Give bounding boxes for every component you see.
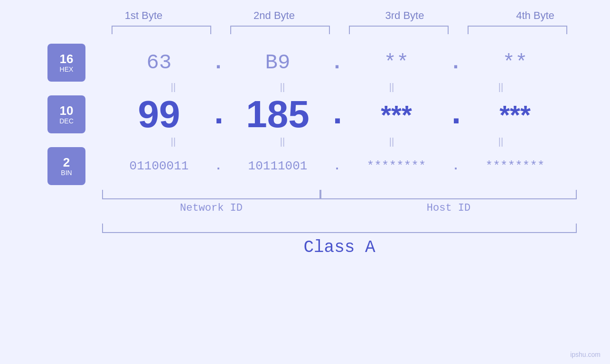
bin-dot-3: . xyxy=(446,159,465,173)
bin-badge: 2 BIN xyxy=(47,147,85,185)
dec-badge: 10 DEC xyxy=(47,95,85,133)
bottom-brackets-container xyxy=(102,190,577,199)
dec-values-row: 99 . 185 . *** . *** xyxy=(100,93,574,136)
bin-val-2: 10111001 xyxy=(228,159,328,173)
equals-row-1: || || || || xyxy=(33,82,577,93)
dec-val-4: *** xyxy=(465,99,565,130)
hex-val-3: ** xyxy=(347,51,446,75)
dec-row: 10 DEC 99 . 185 . *** . *** xyxy=(33,93,577,136)
dec-val-3: *** xyxy=(347,99,446,130)
bin-val-3: ******** xyxy=(347,159,446,173)
bin-val-4: ******** xyxy=(465,159,565,173)
hex-val-4: ** xyxy=(465,51,565,75)
bin-row: 2 BIN 01100011 . 10111001 . ******** . xyxy=(33,147,577,185)
byte3-top-bracket xyxy=(349,26,449,34)
eq-5: || xyxy=(119,136,228,147)
network-bracket xyxy=(102,190,320,199)
byte4-header: 4th Byte xyxy=(483,9,588,22)
byte1-header: 1st Byte xyxy=(92,9,196,22)
class-label: Class A xyxy=(102,238,577,257)
hex-values-row: 63 . B9 . ** . ** xyxy=(100,51,574,75)
bin-values-row: 01100011 . 10111001 . ******** . *******… xyxy=(100,159,574,173)
network-id-label: Network ID xyxy=(102,202,320,214)
hex-badge: 16 HEX xyxy=(47,44,85,82)
dec-val-1: 99 xyxy=(109,93,209,136)
bin-dot-1: . xyxy=(209,159,228,173)
byte4-top-bracket xyxy=(468,26,567,34)
hex-dot-3: . xyxy=(446,51,465,75)
id-labels-container: Network ID Host ID xyxy=(102,202,577,214)
hex-val-2: B9 xyxy=(228,51,328,75)
eq-3: || xyxy=(337,82,446,93)
hex-val-1: 63 xyxy=(109,51,209,75)
dec-val-2: 185 xyxy=(228,93,328,136)
eq-2: || xyxy=(228,82,337,93)
eq-8: || xyxy=(446,136,555,147)
byte2-top-bracket xyxy=(230,26,330,34)
byte3-header: 3rd Byte xyxy=(353,9,457,22)
host-id-label: Host ID xyxy=(320,202,577,214)
dec-dot-2: . xyxy=(328,96,347,133)
eq-7: || xyxy=(337,136,446,147)
bin-dot-2: . xyxy=(328,159,347,173)
host-bracket xyxy=(320,190,577,199)
byte2-header: 2nd Byte xyxy=(222,9,327,22)
byte1-top-bracket xyxy=(112,26,211,34)
bin-val-1: 01100011 xyxy=(109,159,209,173)
dec-dot-3: . xyxy=(446,96,465,133)
eq-4: || xyxy=(446,82,555,93)
hex-dot-1: . xyxy=(209,51,228,75)
dec-dot-1: . xyxy=(209,96,228,133)
main-container: 1st Byte 2nd Byte 3rd Byte 4th Byte 16 H… xyxy=(0,0,610,364)
hex-dot-2: . xyxy=(328,51,347,75)
eq-1: || xyxy=(119,82,228,93)
class-bracket xyxy=(102,224,577,233)
equals-row-2: || || || || xyxy=(33,136,577,147)
watermark: ipshu.com xyxy=(570,351,601,358)
hex-row: 16 HEX 63 . B9 . ** . ** xyxy=(33,44,577,82)
eq-6: || xyxy=(228,136,337,147)
